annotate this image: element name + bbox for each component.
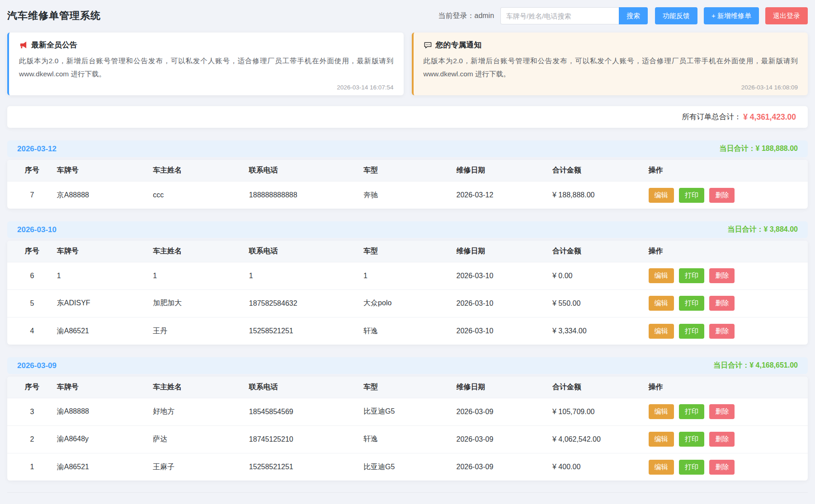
order-plate: 1 bbox=[57, 262, 153, 289]
column-header: 序号 bbox=[7, 160, 57, 181]
topbar-right: 当前登录：admin 搜索 功能反馈 + 新增维修单 退出登录 bbox=[438, 7, 808, 24]
order-actions: 编辑 打印 删除 bbox=[649, 398, 808, 425]
order-phone: 18745125210 bbox=[249, 425, 363, 453]
order-phone: 15258521251 bbox=[249, 317, 363, 345]
order-plate: 渝A86521 bbox=[57, 317, 153, 345]
column-header: 序号 bbox=[7, 377, 57, 398]
order-actions: 编辑 打印 删除 bbox=[649, 425, 808, 453]
order-actions: 编辑 打印 删除 bbox=[649, 262, 808, 289]
order-owner: 萨达 bbox=[153, 425, 249, 453]
order-model: 奔驰 bbox=[363, 181, 456, 209]
order-seq: 1 bbox=[7, 453, 57, 481]
column-header: 联系电话 bbox=[249, 160, 363, 181]
announcement-timestamp: 2026-03-14 16:07:54 bbox=[19, 84, 394, 91]
order-seq: 6 bbox=[7, 262, 57, 289]
edit-button[interactable]: 编辑 bbox=[649, 188, 674, 203]
grand-total-value: ¥ 4,361,423.00 bbox=[743, 112, 796, 122]
table-header-row: 序号车牌号车主姓名联系电话车型维修日期合计金额操作 bbox=[7, 377, 808, 398]
order-plate: 东ADISYF bbox=[57, 289, 153, 317]
order-seq: 3 bbox=[7, 398, 57, 425]
announcement-body: 此版本为2.0，新增后台账号管理和公告发布，可以私发个人账号，适合修理厂员工带手… bbox=[19, 55, 394, 80]
print-button[interactable]: 打印 bbox=[679, 432, 704, 447]
column-header: 维修日期 bbox=[457, 377, 553, 398]
day-section: 2026-03-09 当日合计：¥ 4,168,651.00 序号车牌号车主姓名… bbox=[7, 357, 808, 481]
order-table: 序号车牌号车主姓名联系电话车型维修日期合计金额操作 6 1 1 1 1 2026… bbox=[7, 241, 808, 345]
order-table: 序号车牌号车主姓名联系电话车型维修日期合计金额操作 3 渝A88888 好地方 … bbox=[7, 377, 808, 481]
column-header: 操作 bbox=[649, 160, 808, 181]
order-model: 比亚迪G5 bbox=[363, 398, 456, 425]
order-date: 2026-03-12 bbox=[457, 181, 553, 209]
order-amount: ¥ 3,334.00 bbox=[552, 317, 649, 345]
order-row: 3 渝A88888 好地方 18545854569 比亚迪G5 2026-03-… bbox=[7, 398, 808, 425]
order-sections: 2026-03-12 当日合计：¥ 188,888.00 序号车牌号车主姓名联系… bbox=[7, 140, 808, 481]
order-amount: ¥ 550.00 bbox=[552, 289, 649, 317]
delete-button[interactable]: 删除 bbox=[709, 296, 735, 311]
edit-button[interactable]: 编辑 bbox=[649, 268, 674, 283]
order-date: 2026-03-09 bbox=[457, 398, 553, 425]
delete-button[interactable]: 删除 bbox=[709, 404, 735, 419]
column-header: 操作 bbox=[649, 377, 808, 398]
column-header: 车牌号 bbox=[57, 241, 153, 262]
delete-button[interactable]: 删除 bbox=[709, 432, 735, 447]
order-model: 比亚迪G5 bbox=[363, 453, 456, 481]
edit-button[interactable]: 编辑 bbox=[649, 324, 674, 339]
order-owner: ccc bbox=[153, 181, 249, 209]
print-button[interactable]: 打印 bbox=[679, 296, 704, 311]
add-repair-order-button[interactable]: + 新增维修单 bbox=[704, 7, 759, 24]
edit-button[interactable]: 编辑 bbox=[649, 432, 674, 447]
edit-button[interactable]: 编辑 bbox=[649, 296, 674, 311]
order-amount: ¥ 4,062,542.00 bbox=[552, 425, 649, 453]
print-button[interactable]: 打印 bbox=[679, 460, 704, 475]
delete-button[interactable]: 删除 bbox=[709, 268, 735, 283]
logout-button[interactable]: 退出登录 bbox=[765, 7, 808, 24]
order-owner: 王丹 bbox=[153, 317, 249, 345]
order-model: 轩逸 bbox=[363, 425, 456, 453]
edit-button[interactable]: 编辑 bbox=[649, 460, 674, 475]
print-button[interactable]: 打印 bbox=[679, 324, 704, 339]
delete-button[interactable]: 删除 bbox=[709, 460, 735, 475]
order-table-card: 序号车牌号车主姓名联系电话车型维修日期合计金额操作 3 渝A88888 好地方 … bbox=[7, 377, 808, 481]
order-row: 5 东ADISYF 加肥加大 187582584632 大众polo 2026-… bbox=[7, 289, 808, 317]
order-seq: 7 bbox=[7, 181, 57, 209]
column-header: 车型 bbox=[363, 377, 456, 398]
order-plate: 渝A86521 bbox=[57, 453, 153, 481]
order-date: 2026-03-09 bbox=[457, 425, 553, 453]
search-input[interactable] bbox=[500, 7, 619, 24]
print-button[interactable]: 打印 bbox=[679, 188, 704, 203]
logged-in-user: 当前登录：admin bbox=[438, 11, 494, 21]
day-section: 2026-03-10 当日合计：¥ 3,884.00 序号车牌号车主姓名联系电话… bbox=[7, 221, 808, 345]
delete-button[interactable]: 删除 bbox=[709, 188, 735, 203]
delete-button[interactable]: 删除 bbox=[709, 324, 735, 339]
order-amount: ¥ 0.00 bbox=[552, 262, 649, 289]
edit-button[interactable]: 编辑 bbox=[649, 404, 674, 419]
column-header: 车主姓名 bbox=[153, 160, 249, 181]
order-actions: 编辑 打印 删除 bbox=[649, 453, 808, 481]
personal-notice-body: 此版本为2.0，新增后台账号管理和公告发布，可以私发个人账号，适合修理厂员工带手… bbox=[424, 55, 798, 80]
column-header: 联系电话 bbox=[249, 377, 363, 398]
print-button[interactable]: 打印 bbox=[679, 404, 704, 419]
announcement-card: 最新全员公告 此版本为2.0，新增后台账号管理和公告发布，可以私发个人账号，适合… bbox=[7, 33, 404, 95]
print-button[interactable]: 打印 bbox=[679, 268, 704, 283]
order-actions: 编辑 打印 删除 bbox=[649, 289, 808, 317]
column-header: 车主姓名 bbox=[153, 377, 249, 398]
column-header: 车主姓名 bbox=[153, 241, 249, 262]
column-header: 操作 bbox=[649, 241, 808, 262]
column-header: 维修日期 bbox=[457, 160, 553, 181]
column-header: 车牌号 bbox=[57, 377, 153, 398]
order-phone: 187582584632 bbox=[249, 289, 363, 317]
order-amount: ¥ 188,888.00 bbox=[552, 181, 649, 209]
column-header: 车型 bbox=[363, 241, 456, 262]
search-group: 搜索 bbox=[500, 7, 655, 24]
column-header: 车型 bbox=[363, 160, 456, 181]
order-actions: 编辑 打印 删除 bbox=[649, 317, 808, 345]
search-button[interactable]: 搜索 bbox=[619, 7, 648, 24]
order-table-card: 序号车牌号车主姓名联系电话车型维修日期合计金额操作 6 1 1 1 1 2026… bbox=[7, 241, 808, 345]
speech-bubble-icon bbox=[424, 41, 432, 49]
order-plate: 渝A8648y bbox=[57, 425, 153, 453]
feedback-button[interactable]: 功能反馈 bbox=[655, 7, 697, 24]
column-header: 联系电话 bbox=[249, 241, 363, 262]
grand-total-label: 所有订单总合计： bbox=[682, 112, 741, 122]
day-header: 2026-03-09 当日合计：¥ 4,168,651.00 bbox=[7, 357, 808, 374]
table-header-row: 序号车牌号车主姓名联系电话车型维修日期合计金额操作 bbox=[7, 160, 808, 181]
order-row: 6 1 1 1 1 2026-03-10 ¥ 0.00 编辑 打印 删除 bbox=[7, 262, 808, 289]
